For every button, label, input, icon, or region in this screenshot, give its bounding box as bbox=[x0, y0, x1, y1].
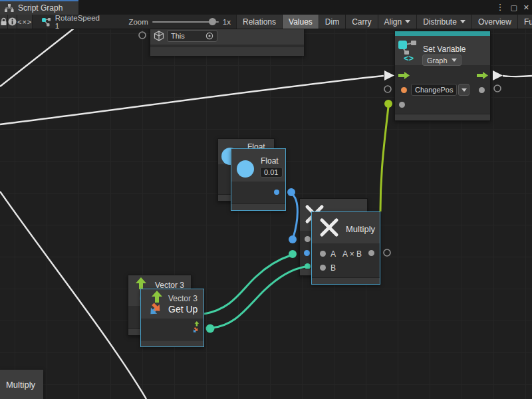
vector3-get-up-node[interactable]: Vector 3 Get Up bbox=[140, 289, 204, 347]
variable-name-value: ChangePos bbox=[415, 86, 454, 94]
set-variable-icon: <> bbox=[398, 39, 418, 62]
close-icon[interactable]: ✕ bbox=[523, 0, 529, 15]
graph-canvas[interactable]: This <> bbox=[0, 0, 532, 399]
scope-value: Graph bbox=[427, 57, 448, 65]
set-variable-header: <> Set Variable Graph bbox=[395, 36, 490, 65]
variable-output-port[interactable] bbox=[479, 87, 485, 93]
fullscreen-label: Full Screen bbox=[524, 17, 532, 27]
float-header: Float 0.01 bbox=[231, 149, 285, 182]
free-port-multiply-output[interactable] bbox=[384, 249, 390, 256]
set-variable-node[interactable]: <> Set Variable Graph ChangePos bbox=[394, 31, 491, 121]
multiply-input-a-port[interactable] bbox=[320, 251, 326, 257]
flow-arrowhead-in bbox=[384, 70, 394, 80]
vector3-header: Vector 3 Get Up bbox=[141, 289, 203, 319]
corner-multiply-title: Multiply bbox=[6, 380, 35, 390]
values-label: Values bbox=[289, 17, 313, 27]
vector3-operation-label: Get Up bbox=[168, 304, 198, 315]
align-label: Align bbox=[384, 17, 402, 27]
float-node[interactable]: Float 0.01 bbox=[231, 148, 286, 211]
carry-button[interactable]: Carry bbox=[345, 15, 377, 29]
this-node[interactable]: This bbox=[150, 27, 305, 56]
tab-script-graph[interactable]: Script Graph bbox=[0, 0, 78, 15]
chevron-down-icon bbox=[405, 20, 410, 23]
tab-bar: Script Graph ⋮ ▢ ✕ bbox=[0, 0, 532, 15]
toolbar-toggle-group: Relations Values Dim Carry Align Distrib… bbox=[236, 15, 532, 29]
edit-script-button[interactable]: <×> bbox=[17, 15, 33, 29]
wire-flow-in[interactable] bbox=[0, 76, 384, 124]
wire-lime-multiply-to-setvariable[interactable] bbox=[380, 106, 388, 211]
free-port-this-left[interactable] bbox=[139, 32, 146, 39]
zoom-slider[interactable] bbox=[152, 21, 219, 23]
code-icon: <×> bbox=[17, 18, 32, 26]
fullscreen-button[interactable]: Full Screen bbox=[517, 15, 532, 29]
multiply-back-port-connected-blue[interactable] bbox=[304, 250, 310, 256]
chevron-down-icon bbox=[460, 20, 466, 23]
multiply-output-label: A × B bbox=[342, 249, 362, 259]
this-field-value: This bbox=[171, 32, 185, 40]
multiply-title: Multiply bbox=[346, 224, 375, 234]
corner-multiply-node[interactable]: Multiply bbox=[0, 370, 43, 399]
values-button[interactable]: Values bbox=[282, 15, 319, 29]
wire-flow-out[interactable] bbox=[503, 76, 532, 76]
multiply-output-port[interactable] bbox=[368, 250, 374, 256]
this-object-field[interactable]: This bbox=[167, 30, 217, 42]
float-value: 0.01 bbox=[264, 168, 278, 176]
variable-scope-dropdown[interactable]: Graph bbox=[422, 55, 462, 66]
flow-output-arrow-icon[interactable] bbox=[477, 72, 488, 79]
multiply-input-b-port[interactable] bbox=[320, 265, 326, 271]
variable-value-port[interactable] bbox=[399, 102, 405, 108]
maximize-icon[interactable]: ▢ bbox=[510, 0, 517, 15]
zoom-control: Zoom 1x bbox=[107, 15, 231, 29]
wire-endpoint-teal-1[interactable] bbox=[289, 250, 297, 258]
carry-label: Carry bbox=[352, 17, 371, 27]
multiply-back-port-a[interactable] bbox=[305, 236, 311, 242]
flow-input-arrow-icon[interactable] bbox=[398, 72, 410, 79]
lock-icon bbox=[0, 17, 7, 26]
wire-teal-vector3-to-multiply-2[interactable] bbox=[211, 267, 305, 328]
lock-button[interactable] bbox=[0, 15, 8, 29]
target-picker-icon[interactable] bbox=[205, 32, 213, 40]
distribute-dropdown[interactable]: Distribute bbox=[416, 15, 471, 29]
multiply-node[interactable]: Multiply A A × B B bbox=[311, 211, 380, 285]
wire-endpoint-lime[interactable] bbox=[384, 100, 392, 108]
overview-button[interactable]: Overview bbox=[471, 15, 517, 29]
set-variable-accent-bar bbox=[395, 31, 490, 36]
vector3-output-icon bbox=[190, 321, 202, 334]
zoom-slider-handle[interactable] bbox=[209, 18, 216, 25]
distribute-label: Distribute bbox=[423, 17, 457, 27]
dim-label: Dim bbox=[325, 17, 339, 27]
unity-script-graph-window: This <> bbox=[0, 0, 532, 399]
wire-endpoint-teal-2[interactable] bbox=[206, 325, 215, 333]
tab-title: Script Graph bbox=[18, 3, 63, 13]
float-value-field[interactable]: 0.01 bbox=[260, 167, 283, 178]
variable-name-port[interactable] bbox=[401, 87, 407, 93]
wire-flow-diagonal[interactable] bbox=[0, 192, 146, 399]
free-port-setvariable-right[interactable] bbox=[494, 85, 501, 92]
wire-teal-vector3-to-multiply-1[interactable] bbox=[204, 255, 291, 314]
multiply-input-a-label: A bbox=[331, 249, 336, 259]
info-button[interactable] bbox=[8, 15, 17, 29]
graph-breadcrumb[interactable]: RotateSpeed 1 bbox=[33, 15, 107, 29]
script-graph-tab-icon bbox=[5, 4, 14, 13]
wire-flow-topleft[interactable] bbox=[0, 28, 74, 86]
set-variable-title: Set Variable bbox=[423, 45, 466, 54]
overview-label: Overview bbox=[478, 17, 511, 27]
vector3-icon bbox=[145, 291, 172, 319]
wire-endpoint-blue-end[interactable] bbox=[289, 235, 297, 243]
float-output-port[interactable] bbox=[274, 190, 279, 195]
multiply-icon bbox=[318, 216, 340, 239]
set-variable-footer bbox=[395, 114, 490, 120]
variable-name-dropdown-button[interactable] bbox=[458, 84, 469, 96]
variable-name-field[interactable]: ChangePos bbox=[411, 84, 457, 96]
wire-blue-float-to-multiply[interactable] bbox=[291, 194, 297, 237]
info-icon bbox=[8, 17, 17, 26]
relations-button[interactable]: Relations bbox=[236, 15, 282, 29]
align-dropdown[interactable]: Align bbox=[378, 15, 417, 29]
breadcrumb-label: RotateSpeed 1 bbox=[55, 14, 101, 30]
menu-icon[interactable]: ⋮ bbox=[495, 0, 504, 15]
free-port-setvariable-left[interactable] bbox=[384, 86, 391, 92]
window-controls: ⋮ ▢ ✕ bbox=[495, 0, 529, 15]
this-node-header: This bbox=[150, 27, 304, 45]
wire-endpoint-blue-start[interactable] bbox=[287, 188, 295, 196]
dim-button[interactable]: Dim bbox=[319, 15, 345, 29]
